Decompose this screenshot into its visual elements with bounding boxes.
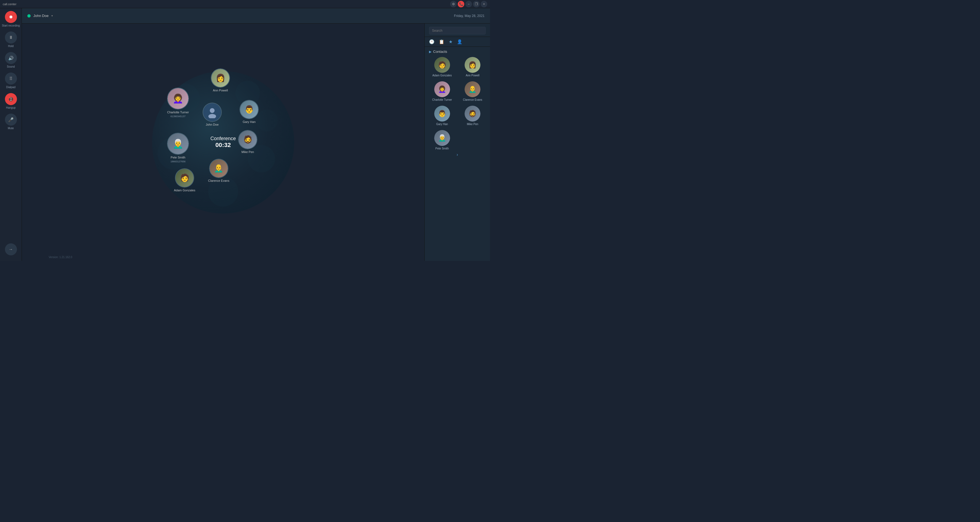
hold-label: Hold <box>8 45 14 48</box>
hangup-icon-circle: 📵 <box>5 93 17 105</box>
participant-avatar-adam: 🧑 <box>175 168 194 187</box>
sidebar-item-dialpad[interactable]: ⠿ Dialpad <box>5 73 17 89</box>
contact-photo-adam: 🧑 <box>434 57 450 73</box>
conference-circle: Conference 00:32 👩 Ann Powell <box>152 71 294 214</box>
contact-photo-gary: 👨 <box>434 106 450 121</box>
contacts-label: Contacts <box>433 49 447 54</box>
participant-name-clarence: Clarence Evans <box>208 179 229 182</box>
participant-avatar-ann: 👩 <box>211 69 230 88</box>
contact-name-charlotte: Charlotte Turner <box>432 98 452 101</box>
participant-avatar-clarence: 👨‍🦲 <box>209 159 228 178</box>
conference-title: Conference <box>210 136 236 142</box>
contact-photo-ann: 👩 <box>465 57 480 73</box>
panel-tabs: 🕐 📋 ★ 👤 <box>425 37 490 47</box>
contact-name-mike: Mike Pen <box>467 123 478 126</box>
participant-avatar-pete: 👨‍🦳 <box>167 133 189 155</box>
content-area: John Doe ▾ Friday, May 28, 2021 <box>22 8 490 261</box>
contact-avatar-clarence: 👨‍🦲 <box>465 81 480 97</box>
conference-timer: 00:32 <box>210 142 236 148</box>
conference-area: Conference 00:32 👩 Ann Powell <box>22 24 425 261</box>
record-icon: ⏺ <box>9 14 13 19</box>
search-input[interactable] <box>429 27 485 35</box>
user-status-dot <box>27 14 30 18</box>
contact-item-charlotte[interactable]: 👩‍🦱 Charlotte Turner <box>429 81 455 101</box>
phone-button[interactable]: 📞 <box>458 1 464 7</box>
participant-charlotte: 👩‍🦱 Charlotte Turner 61390345137 <box>167 88 189 118</box>
settings-button[interactable]: ⚙ <box>450 1 457 7</box>
version-text: Version: 1.21.162.0 <box>46 255 75 260</box>
participant-avatar-charlotte: 👩‍🦱 <box>167 88 189 110</box>
participant-avatar-gary: 👨 <box>240 100 259 119</box>
contact-item-gary[interactable]: 👨 Gary Han <box>429 106 455 126</box>
contact-name-pete: Pete Smith <box>435 147 449 150</box>
tab-contacts[interactable]: 👤 <box>457 39 462 44</box>
contacts-grid: 🧑 Adam Gonzales 👩 Ann Powell <box>429 57 485 150</box>
titlebar-right: ⚙ 📞 − ❐ × <box>450 1 487 7</box>
app-layout: ⏺ Start recording ⏸ Hold 🔊 Sound ⠿ Dialp… <box>0 8 490 261</box>
participant-name-gary: Gary Han <box>243 120 255 123</box>
sound-label: Sound <box>7 65 15 68</box>
sidebar-item-sound[interactable]: 🔊 Sound <box>5 52 17 68</box>
participant-ann: 👩 Ann Powell <box>211 69 230 92</box>
contact-item-adam[interactable]: 🧑 Adam Gonzales <box>429 57 455 77</box>
user-chevron-icon[interactable]: ▾ <box>51 14 53 17</box>
sidebar-item-transfer[interactable]: → <box>5 243 17 255</box>
participant-name-john: John Doe <box>205 123 218 126</box>
maximize-button[interactable]: ❐ <box>473 1 480 7</box>
tab-recent[interactable]: 🕐 <box>429 39 434 44</box>
conference-label: Conference 00:32 <box>210 136 236 148</box>
record-label: Start recording <box>2 24 20 27</box>
contact-name-clarence: Clarence Evans <box>463 98 482 101</box>
contact-avatar-pete: 👨‍🦳 <box>434 130 450 146</box>
right-panel-header <box>425 24 490 37</box>
contact-avatar-mike: 🧔 <box>465 106 480 121</box>
contact-avatar-charlotte: 👩‍🦱 <box>434 81 450 97</box>
participant-name-charlotte: Charlotte Turner <box>167 110 189 114</box>
contact-item-mike[interactable]: 🧔 Mike Pen <box>460 106 486 126</box>
participant-avatar-mike: 🧔 <box>238 130 257 149</box>
sidebar-item-record[interactable]: ⏺ Start recording <box>2 11 20 27</box>
contact-item-ann[interactable]: 👩 Ann Powell <box>460 57 486 77</box>
svg-point-5 <box>256 110 278 131</box>
mute-icon-circle: 🎤 <box>5 113 17 126</box>
titlebar: call.center ⚙ 📞 − ❐ × <box>0 0 490 8</box>
expand-contacts-button[interactable]: › <box>429 152 485 157</box>
svg-point-6 <box>210 108 215 113</box>
sound-icon-circle: 🔊 <box>5 52 17 64</box>
transfer-icon-circle: → <box>5 243 17 255</box>
contacts-section: ▶ Contacts 🧑 Adam Gonzales <box>425 47 490 160</box>
contact-name-adam: Adam Gonzales <box>432 74 452 77</box>
contact-photo-pete: 👨‍🦳 <box>434 130 450 146</box>
mute-icon: 🎤 <box>8 117 14 122</box>
contacts-header: ▶ Contacts <box>429 49 485 54</box>
contact-photo-clarence: 👨‍🦲 <box>465 81 480 97</box>
close-button[interactable]: × <box>481 1 487 7</box>
record-icon-circle: ⏺ <box>5 11 17 23</box>
sidebar-item-mute[interactable]: 🎤 Mute <box>5 113 17 130</box>
contact-avatar-adam: 🧑 <box>434 57 450 73</box>
contacts-arrow-icon: ▶ <box>429 50 431 54</box>
participant-john: John Doe <box>203 103 222 126</box>
user-name: John Doe <box>33 14 49 18</box>
participant-name-pete: Pete Smith <box>170 156 185 159</box>
minimize-button[interactable]: − <box>465 1 472 7</box>
sidebar-item-hold[interactable]: ⏸ Hold <box>5 32 17 48</box>
participant-clarence: 👨‍🦲 Clarence Evans <box>208 159 229 182</box>
dialpad-icon: ⠿ <box>9 76 13 81</box>
sidebar-item-hangup[interactable]: 📵 Hangup <box>5 93 17 109</box>
main-content: Conference 00:32 👩 Ann Powell <box>22 24 490 261</box>
contact-item-clarence[interactable]: 👨‍🦲 Clarence Evans <box>460 81 486 101</box>
contact-photo-mike: 🧔 <box>465 106 480 121</box>
contact-avatar-gary: 👨 <box>434 106 450 121</box>
titlebar-left: call.center <box>3 2 16 6</box>
participant-pete: 👨‍🦳 Pete Smith 18663127656 <box>167 133 189 163</box>
app-title: call.center <box>3 2 16 6</box>
hangup-icon: 📵 <box>8 97 14 102</box>
tab-notes[interactable]: 📋 <box>439 39 444 44</box>
contact-item-pete[interactable]: 👨‍🦳 Pete Smith <box>429 130 455 150</box>
participant-gary: 👨 Gary Han <box>240 100 259 123</box>
contact-avatar-ann: 👩 <box>465 57 480 73</box>
participant-name-adam: Adam Gonzales <box>174 188 195 192</box>
svg-point-7 <box>208 114 216 118</box>
tab-favorites[interactable]: ★ <box>449 39 453 44</box>
